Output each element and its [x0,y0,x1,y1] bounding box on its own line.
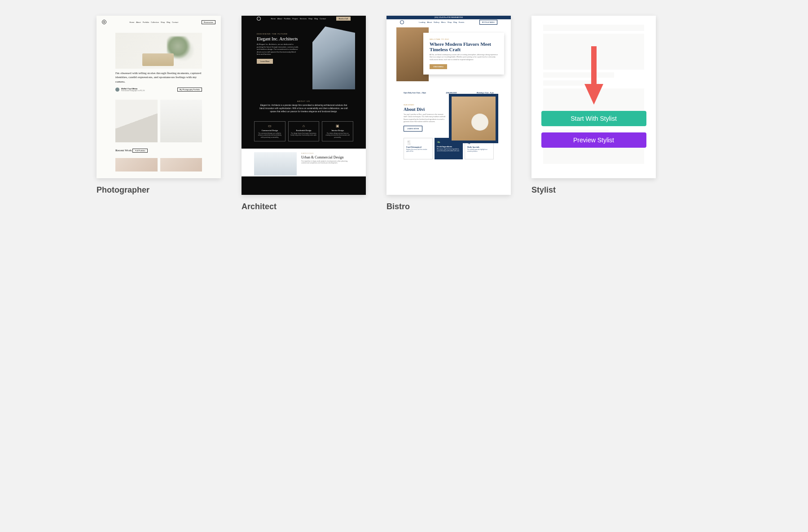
preview-nav: Home About Portfolio Project Services Sh… [271,18,326,20]
preview-image-row [115,100,202,142]
template-thumbnail-hover: Start With Stylist Preview Stylist [531,16,656,178]
template-grid: D Home About Portfolio Collection Shop B… [97,16,711,195]
preview-banner: (555) 123-4578 ▸ FOR RESERVATIONS [386,16,511,19]
feature-icon: 🍴 [406,141,430,145]
preview-hero-btn: Learn More [257,59,273,64]
preview-nav: Landing About Gallery Menu Shop Blog Eve… [419,21,464,23]
preview-image-row [115,158,202,171]
preview-building-image [312,26,355,89]
logo-icon [400,20,404,24]
svg-rect-0 [591,46,597,86]
start-with-template-button[interactable]: Start With Stylist [541,111,646,126]
preview-hero-image [115,33,202,69]
template-thumbnail: D Home About Portfolio Collection Shop B… [97,16,221,178]
logo-icon: D [102,20,106,24]
template-thumbnail: Home About Portfolio Project Services Sh… [242,16,366,195]
preview-about-image [449,94,498,143]
template-gallery: D Home About Portfolio Collection Shop B… [0,0,808,532]
hover-overlay: Start With Stylist Preview Stylist [531,16,656,178]
template-title: Stylist [531,185,656,195]
preview-author-btn: My Photography Portfolio [177,88,202,92]
template-card-stylist[interactable]: Start With Stylist Preview Stylist Styli… [531,16,656,195]
template-card-bistro[interactable]: (555) 123-4578 ▸ FOR RESERVATIONS Landin… [386,16,511,195]
preview-hero-card: WELCOME TO DIVI Where Modern Flavors Mee… [423,33,504,75]
template-title: Photographer [97,185,221,195]
preview-about-text: Elegant Inc. Architects is a premier des… [259,104,348,113]
template-title: Bistro [386,202,511,211]
preview-template-button[interactable]: Preview Stylist [541,132,646,148]
preview-info-strip: Open Daily from 11am – 10pm (234) 456-65… [386,88,511,94]
template-title: Architect [242,202,366,211]
preview-nav: Home About Portfolio Collection Shop Blo… [130,21,179,23]
logo-icon [257,17,261,21]
avatar-icon [115,88,119,92]
template-card-architect[interactable]: Home About Portfolio Project Services Sh… [242,16,366,195]
arrow-down-icon [584,46,603,105]
preview-footer-heading: Urban & Commercial Design [301,155,353,159]
preview-intro-text: I'm obsessed with telling stories throug… [115,71,202,84]
preview-nav-cta: Book a Call [336,17,351,21]
preview-service-cards: ▭Commercial DesignOur commercial designs… [242,118,366,149]
preview-about-btn: LEARN MORE [404,126,422,132]
service-icon: ⌂ [290,124,317,128]
service-icon: ▭ [256,124,283,128]
template-thumbnail: (555) 123-4578 ▸ FOR RESERVATIONS Landin… [386,16,511,195]
preview-body: At Elegant Inc. Architects, we are dedic… [257,43,299,56]
preview-footer-eyebrow: SERVICES [301,152,353,154]
preview-about-eyebrow: ABOUT US [259,100,348,102]
preview-hero-btn: VIEW MENU [430,64,447,69]
preview-nav-cta: BOOK A TABLE [479,20,497,25]
template-card-photographer[interactable]: D Home About Portfolio Collection Shop B… [97,16,221,195]
preview-nav-cta: Reservation [202,20,215,24]
preview-footer-image [254,152,297,176]
preview-author-row: Hello! I'm Olivia Professional Photograp… [115,88,202,92]
service-icon: ▣ [324,124,351,128]
preview-recent-heading: Recent Work Full Portfolio [115,147,202,153]
preview-about-body: You won't just dine at Divi—you'll immer… [404,114,446,123]
